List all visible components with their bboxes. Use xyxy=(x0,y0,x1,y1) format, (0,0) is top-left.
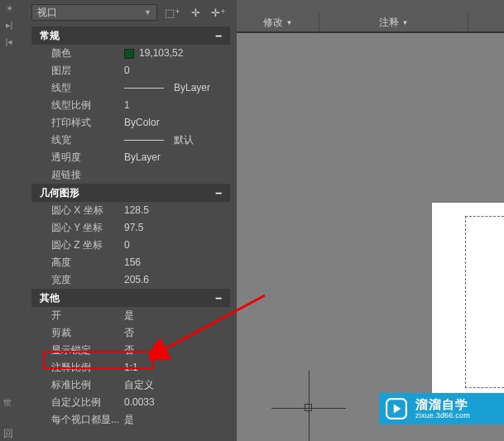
select-icon-1[interactable]: ⬚⁺ xyxy=(164,4,180,21)
object-type-dropdown[interactable]: 视口 ▼ xyxy=(31,4,157,21)
prop-label: 自定义比例 xyxy=(31,394,121,411)
printable-area xyxy=(465,216,504,388)
section-misc-title: 其他 xyxy=(40,289,60,307)
prop-value-each-viewport[interactable]: 是 xyxy=(121,411,230,429)
line-sample-icon xyxy=(124,140,164,141)
prop-label: 超链接 xyxy=(31,166,121,184)
section-geometry-title: 几何图形 xyxy=(40,184,79,202)
prop-label: 宽度 xyxy=(31,271,121,289)
prop-label: 注释比例 xyxy=(31,359,121,376)
color-swatch-icon xyxy=(124,49,134,59)
collapse-icon: – xyxy=(215,26,222,45)
prop-row-stdscale: 标准比例 自定义 xyxy=(31,376,230,394)
prop-value-cx[interactable]: 128.5 xyxy=(121,202,230,219)
chevron-down-icon: ▼ xyxy=(144,8,151,17)
prop-row-lineweight: 线宽 默认 xyxy=(31,132,230,149)
prop-value-linetype[interactable]: ByLayer xyxy=(121,79,230,97)
prop-row-width: 宽度 205.6 xyxy=(31,271,230,289)
prop-row-color: 颜色 19,103,52 xyxy=(31,45,230,62)
prop-row-hyperlink: 超链接 xyxy=(31,166,230,184)
prop-value-display-lock[interactable]: 否 xyxy=(121,342,230,359)
prop-row-on: 开 是 xyxy=(31,307,230,324)
prop-label: 显示锁定 xyxy=(31,342,121,359)
section-misc-header[interactable]: 其他 – xyxy=(31,289,230,307)
prop-row-each-viewport: 每个视口都显... 是 xyxy=(31,411,230,429)
prop-label: 圆心 Y 坐标 xyxy=(31,219,121,237)
prop-label: 开 xyxy=(31,307,121,324)
chevron-down-icon: ▼ xyxy=(402,19,409,26)
section-general-title: 常规 xyxy=(40,26,60,45)
prop-value-stdscale[interactable]: 自定义 xyxy=(121,376,230,394)
prop-value-on[interactable]: 是 xyxy=(121,307,230,324)
prop-value-height[interactable]: 156 xyxy=(121,254,230,271)
prop-value-cy[interactable]: 97.5 xyxy=(121,219,230,237)
prop-row-height: 高度 156 xyxy=(31,254,230,271)
section-geometry-header[interactable]: 几何图形 – xyxy=(31,184,230,202)
prop-value-clip[interactable]: 否 xyxy=(121,324,230,342)
prop-value-layer[interactable]: 0 xyxy=(121,62,230,79)
prop-label: 透明度 xyxy=(31,149,121,166)
tool-icon-wcs[interactable]: 世 xyxy=(3,397,15,409)
prop-label: 高度 xyxy=(31,254,121,271)
line-sample-icon xyxy=(124,88,164,89)
ribbon-panel-annotate[interactable]: 注释 ▼ xyxy=(319,13,468,31)
prop-row-ltscale: 线型比例 1 xyxy=(31,97,230,114)
prop-label: 颜色 xyxy=(31,45,121,62)
tool-icon-1[interactable]: ✶ xyxy=(3,3,15,15)
collapse-icon: – xyxy=(215,289,222,307)
watermark-title: 溜溜自学 xyxy=(415,397,470,411)
prop-row-layer: 图层 0 xyxy=(31,62,230,79)
prop-label: 标准比例 xyxy=(31,376,121,394)
prop-value-width[interactable]: 205.6 xyxy=(121,271,230,289)
dropdown-label: 视口 xyxy=(37,6,57,20)
prop-row-plotstyle: 打印样式 ByColor xyxy=(31,114,230,132)
prop-label: 圆心 Z 坐标 xyxy=(31,237,121,254)
prop-value-ltscale[interactable]: 1 xyxy=(121,97,230,114)
prop-row-custscale: 自定义比例 0.0033 xyxy=(31,394,230,411)
prop-label: 每个视口都显... xyxy=(31,411,121,429)
play-icon xyxy=(382,395,410,423)
watermark-url: zixue.3d66.com xyxy=(415,411,470,419)
watermark-banner: 溜溜自学 zixue.3d66.com xyxy=(379,393,504,424)
prop-row-cy: 圆心 Y 坐标 97.5 xyxy=(31,219,230,237)
prop-value-color[interactable]: 19,103,52 xyxy=(121,45,230,62)
prop-row-cz: 圆心 Z 坐标 0 xyxy=(31,237,230,254)
tool-icon-3[interactable]: |◂ xyxy=(3,36,15,48)
prop-value-annoscale[interactable]: 1:1 xyxy=(121,359,230,376)
prop-value-cz[interactable]: 0 xyxy=(121,237,230,254)
prop-label: 线型 xyxy=(31,79,121,97)
chevron-down-icon: ▼ xyxy=(286,19,293,26)
tool-icon-back[interactable]: 回 xyxy=(3,427,15,439)
prop-row-linetype: 线型 ByLayer xyxy=(31,79,230,97)
select-icon-2[interactable]: ✛ xyxy=(187,4,204,21)
prop-label: 圆心 X 坐标 xyxy=(31,202,121,219)
ribbon-panel-modify[interactable]: 修改 ▼ xyxy=(237,13,319,31)
prop-row-transparency: 透明度 ByLayer xyxy=(31,149,230,166)
prop-label: 打印样式 xyxy=(31,114,121,132)
select-icon-3[interactable]: ✛⁺ xyxy=(210,4,227,21)
prop-label: 剪裁 xyxy=(31,324,121,342)
prop-value-plotstyle[interactable]: ByColor xyxy=(121,114,230,132)
prop-row-cx: 圆心 X 坐标 128.5 xyxy=(31,202,230,219)
section-general-header[interactable]: 常规 – xyxy=(31,26,230,45)
prop-value-transparency[interactable]: ByLayer xyxy=(121,149,230,166)
prop-label: 图层 xyxy=(31,62,121,79)
prop-row-annoscale: 注释比例 1:1 xyxy=(31,359,230,376)
prop-value-hyperlink[interactable] xyxy=(121,166,230,184)
prop-label: 线型比例 xyxy=(31,97,121,114)
prop-value-lineweight[interactable]: 默认 xyxy=(121,132,230,149)
prop-row-display-lock: 显示锁定 否 xyxy=(31,342,230,359)
prop-value-custscale[interactable]: 0.0033 xyxy=(121,394,230,411)
tool-icon-2[interactable]: ▸| xyxy=(3,20,15,31)
collapse-icon: – xyxy=(215,184,222,202)
prop-row-clip: 剪裁 否 xyxy=(31,324,230,342)
prop-label: 线宽 xyxy=(31,132,121,149)
